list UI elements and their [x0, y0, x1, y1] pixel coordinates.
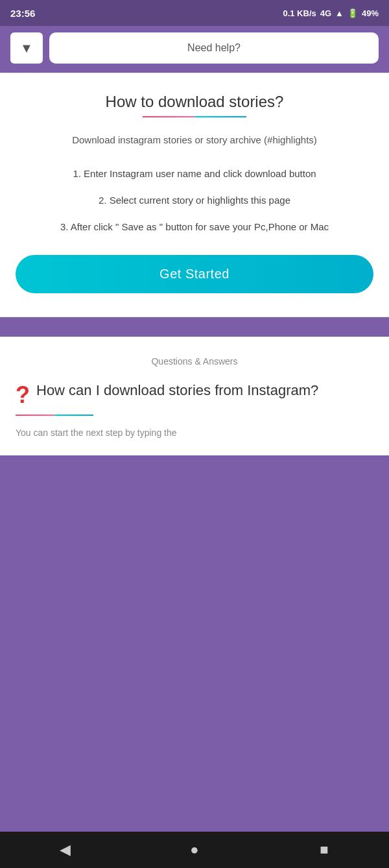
- connection-type: 4G: [320, 8, 331, 18]
- qa-answer-preview: You can start the next step by typing th…: [16, 426, 373, 440]
- scroll-content: ▼ Need help? How to download stories? Do…: [0, 26, 389, 832]
- qa-question-block: ? How can I download stories from Instag…: [16, 381, 373, 407]
- battery-icon: 🔋: [348, 8, 358, 18]
- top-bar: ▼ Need help?: [0, 26, 389, 73]
- chevron-down-button[interactable]: ▼: [10, 32, 43, 64]
- chevron-down-icon: ▼: [20, 41, 33, 56]
- how-to-title: How to download stories?: [16, 93, 373, 111]
- status-time: 23:56: [10, 8, 35, 19]
- qa-question-text: How can I download stories from Instagra…: [36, 381, 318, 400]
- home-icon[interactable]: [178, 837, 211, 863]
- underline-right: [194, 116, 246, 117]
- how-to-card: How to download stories? Download instag…: [0, 73, 389, 317]
- qa-underline: [16, 415, 373, 416]
- step-2: 2. Select current story or highlights th…: [16, 193, 373, 208]
- question-mark-icon: ?: [16, 383, 30, 407]
- back-icon[interactable]: [49, 837, 81, 863]
- step-3: 3. After click " Save as " button for sa…: [16, 219, 373, 234]
- bottom-navigation: [0, 832, 389, 868]
- qa-underline-left: [16, 415, 54, 416]
- qa-card: Questions & Answers ? How can I download…: [0, 337, 389, 455]
- qa-underline-right: [54, 415, 93, 416]
- battery-percent: 49%: [362, 8, 379, 18]
- recent-apps-icon[interactable]: [308, 837, 340, 863]
- status-bar-right: 0.1 KB/s 4G ▲ 🔋 49%: [283, 8, 379, 18]
- get-started-label: Get Started: [159, 267, 230, 281]
- underline-left: [143, 116, 194, 117]
- title-underline: [16, 116, 373, 117]
- network-speed: 0.1 KB/s: [283, 8, 316, 18]
- step-1: 1. Enter Instagram user name and click d…: [16, 166, 373, 181]
- qa-section-label: Questions & Answers: [16, 356, 373, 367]
- steps-list: 1. Enter Instagram user name and click d…: [16, 166, 373, 235]
- get-started-button[interactable]: Get Started: [16, 255, 373, 293]
- signal-icon: ▲: [335, 8, 344, 18]
- status-bar: 23:56 0.1 KB/s 4G ▲ 🔋 49%: [0, 0, 389, 26]
- need-help-label: Need help?: [187, 42, 241, 54]
- how-to-subtitle: Download instagram stories or story arch…: [16, 133, 373, 148]
- need-help-button[interactable]: Need help?: [49, 32, 379, 64]
- purple-gap: [0, 317, 389, 337]
